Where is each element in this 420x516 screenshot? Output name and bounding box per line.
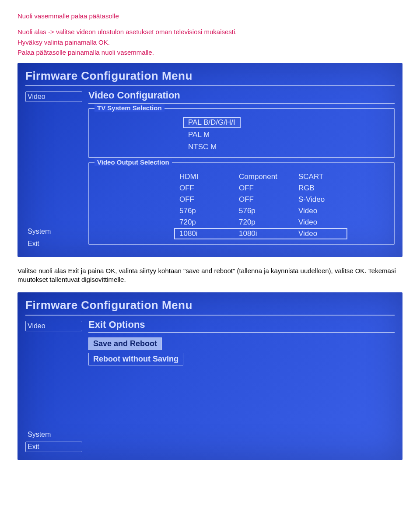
video-output-header-row: HDMI Component SCART bbox=[174, 171, 347, 183]
sidebar-item-system[interactable]: System bbox=[25, 429, 82, 440]
instruction-line: Nuoli vasemmalle palaa päätasolle bbox=[18, 12, 402, 21]
firmware-menu-screenshot-exit: Firmware Configuration Menu Video System… bbox=[18, 292, 402, 460]
firmware-menu-screenshot-video: Firmware Configuration Menu Video System… bbox=[18, 63, 402, 257]
sidebar: Video System Exit bbox=[25, 319, 82, 452]
section-title: Exit Options bbox=[88, 319, 395, 330]
video-output-row[interactable]: 1080i 1080i Video bbox=[174, 228, 347, 239]
tv-system-selection-group: TV System Selection PAL B/D/G/H/I PAL M … bbox=[88, 108, 395, 158]
group-label: Video Output Selection bbox=[94, 158, 172, 166]
col-header: HDMI bbox=[179, 172, 223, 181]
video-output-row[interactable]: 720p 720p Video bbox=[174, 217, 347, 228]
menu-title: Firmware Configuration Menu bbox=[25, 69, 395, 83]
menu-title: Firmware Configuration Menu bbox=[25, 298, 395, 312]
divider bbox=[88, 103, 395, 104]
divider bbox=[25, 315, 395, 316]
tv-system-option[interactable]: PAL M bbox=[183, 129, 215, 140]
exit-option-reboot-no-save[interactable]: Reboot without Saving bbox=[88, 353, 183, 365]
tv-system-option[interactable]: PAL B/D/G/H/I bbox=[183, 117, 241, 128]
instruction-line: Nuoli alas -> valitse videon ulostulon a… bbox=[18, 28, 402, 36]
instructions-block: Nuoli vasemmalle palaa päätasolle Nuoli … bbox=[18, 12, 402, 57]
sidebar-item-system[interactable]: System bbox=[25, 226, 82, 237]
divider bbox=[88, 332, 395, 333]
exit-option-save-reboot[interactable]: Save and Reboot bbox=[88, 337, 162, 350]
sidebar: Video System Exit bbox=[25, 90, 82, 249]
video-output-row[interactable]: 576p 576p Video bbox=[174, 205, 347, 217]
sidebar-item-exit[interactable]: Exit bbox=[25, 442, 82, 452]
instruction-line: Hyväksy valinta painamalla OK. bbox=[18, 38, 402, 47]
col-header: SCART bbox=[298, 172, 342, 181]
group-label: TV System Selection bbox=[94, 104, 164, 112]
col-header: Component bbox=[239, 172, 283, 181]
video-output-row[interactable]: OFF OFF RGB bbox=[174, 183, 347, 194]
instruction-paragraph: Valitse nuoli alas Exit ja paina OK, val… bbox=[18, 267, 402, 284]
divider bbox=[25, 85, 395, 86]
section-title: Video Configuration bbox=[88, 90, 395, 101]
tv-system-option[interactable]: NTSC M bbox=[183, 141, 222, 153]
video-output-selection-group: Video Output Selection HDMI Component SC… bbox=[88, 162, 395, 245]
sidebar-item-video[interactable]: Video bbox=[25, 91, 82, 102]
sidebar-item-video[interactable]: Video bbox=[25, 321, 82, 331]
instruction-line: Palaa päätasolle painamalla nuoli vasemm… bbox=[18, 48, 402, 57]
sidebar-item-exit[interactable]: Exit bbox=[25, 239, 82, 249]
video-output-row[interactable]: OFF OFF S-Video bbox=[174, 194, 347, 205]
